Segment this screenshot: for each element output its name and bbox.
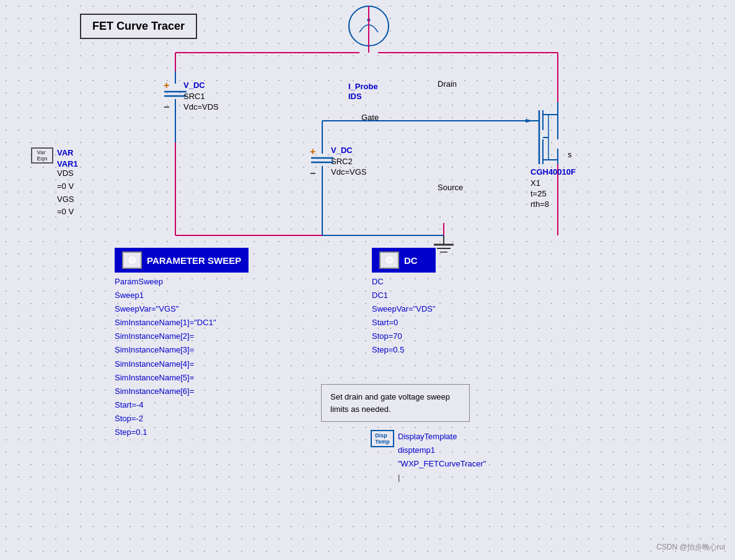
src1-value-label: Vdc=VDS — [183, 102, 219, 112]
src2-type-label: V_DC — [331, 146, 353, 155]
var-icon: VarEqn — [31, 147, 53, 164]
dc-line-1: DC1 — [372, 289, 436, 302]
ps-line-10: Stop=-2 — [115, 412, 249, 426]
dc-block: ⚙ DC DC DC1 SweepVar="VDS" Start=0 Stop=… — [372, 248, 436, 357]
var-name: VAR — [57, 147, 78, 159]
svg-text:+: + — [310, 146, 315, 157]
disp-line-0: DisplayTemplate — [398, 430, 486, 444]
dc-content: DC DC1 SweepVar="VDS" Start=0 Stop=70 St… — [372, 273, 436, 357]
ids-label: IDS — [348, 92, 362, 101]
ps-line-11: Step=0.1 — [115, 426, 249, 439]
svg-point-16 — [349, 6, 389, 46]
src2-value-label: Vdc=VGS — [331, 167, 366, 177]
svg-marker-42 — [526, 119, 533, 123]
param-sweep-title: PARAMETER SWEEP — [147, 255, 241, 266]
ps-line-4: SimInstanceName[2]= — [115, 330, 249, 343]
svg-text:−: − — [164, 102, 169, 112]
dc-line-2: SweepVar="VDS" — [372, 302, 436, 316]
fet-param1-label: t=25 — [530, 189, 547, 198]
var-label: VAR VAR1 — [57, 147, 78, 170]
note-text: Set drain and gate voltage sweep limits … — [330, 392, 450, 414]
svg-marker-18 — [367, 16, 371, 21]
dc-icon: ⚙ — [379, 252, 399, 269]
var-param-1: VDS =0 V — [57, 167, 74, 193]
dc-line-0: DC — [372, 275, 436, 289]
disp-cursor: | — [398, 471, 486, 484]
var-icon-text: VarEqn — [37, 149, 48, 162]
param-sweep-header: ⚙ PARAMETER SWEEP — [115, 248, 249, 273]
dc-title: DC — [404, 255, 418, 266]
source-label: Source — [438, 183, 463, 192]
ps-line-5: SimInstanceName[3]= — [115, 343, 249, 357]
disp-line-2: "WXP_FETCurveTracer" — [398, 457, 486, 471]
ps-line-8: SimInstanceName[6]= — [115, 385, 249, 398]
iprobe-label: I_Probe — [348, 82, 378, 91]
src1-type-label: V_DC — [183, 81, 205, 90]
param-sweep-content: ParamSweep Sweep1 SweepVar="VGS" SimInst… — [115, 273, 249, 439]
dc-line-5: Step=0.5 — [372, 343, 436, 357]
dc-header: ⚙ DC — [372, 248, 436, 273]
dc-line-4: Stop=70 — [372, 330, 436, 343]
ps-line-1: Sweep1 — [115, 289, 249, 302]
var-params: VDS =0 V VGS =0 V — [57, 167, 74, 219]
drain-label: Drain — [438, 79, 457, 89]
disp-template-icon: DispTemp — [371, 430, 394, 447]
var-param-2: VGS =0 V — [57, 193, 74, 219]
ps-line-9: Start=-4 — [115, 398, 249, 412]
dc-line-3: Start=0 — [372, 316, 436, 330]
fet-model-label: CGH40010F — [530, 167, 576, 177]
title-text: FET Curve Tracer — [92, 20, 185, 32]
fet-s-label: s — [568, 150, 572, 159]
title-box: FET Curve Tracer — [80, 14, 197, 39]
watermark: CSDN @怡步晚心rui — [656, 542, 725, 553]
ps-line-3: SimInstanceName[1]="DC1" — [115, 316, 249, 330]
fet-param2-label: rth=8 — [530, 199, 549, 209]
param-sweep-block: ⚙ PARAMETER SWEEP ParamSweep Sweep1 Swee… — [115, 248, 249, 439]
ps-line-6: SimInstanceName[4]= — [115, 357, 249, 371]
note-box: Set drain and gate voltage sweep limits … — [321, 384, 470, 422]
src1-instance-label: SRC1 — [183, 92, 205, 101]
fet-instance-label: X1 — [530, 178, 540, 188]
param-sweep-icon: ⚙ — [122, 252, 142, 269]
svg-text:+: + — [164, 80, 169, 90]
disp-template-text: DisplayTemplate disptemp1 "WXP_FETCurveT… — [398, 430, 486, 484]
disp-line-1: disptemp1 — [398, 444, 486, 457]
gate-label: Gate — [361, 113, 379, 122]
svg-text:−: − — [310, 168, 315, 178]
ps-line-7: SimInstanceName[5]= — [115, 371, 249, 385]
ps-line-2: SweepVar="VGS" — [115, 302, 249, 316]
ps-line-0: ParamSweep — [115, 275, 249, 289]
src2-instance-label: SRC2 — [331, 157, 353, 166]
